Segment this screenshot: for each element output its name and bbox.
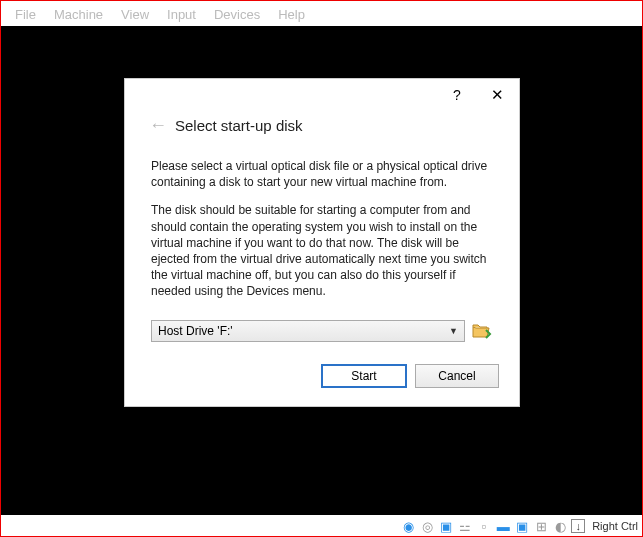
cpu-icon[interactable]: ⊞ (533, 518, 549, 534)
dialog-body: Please select a virtual optical disk fil… (125, 148, 519, 316)
menu-input[interactable]: Input (159, 5, 204, 24)
drive-select-value: Host Drive 'F:' (158, 324, 233, 338)
menu-machine[interactable]: Machine (46, 5, 111, 24)
dialog-titlebar: ? ✕ (125, 79, 519, 111)
browse-disk-button[interactable] (471, 320, 493, 342)
menu-help[interactable]: Help (270, 5, 313, 24)
display-icon[interactable]: ▬ (495, 518, 511, 534)
keyboard-capture-icon[interactable]: ↓ (571, 519, 585, 533)
dialog-close-button[interactable]: ✕ (477, 81, 517, 109)
dialog-paragraph-2: The disk should be suitable for starting… (151, 202, 493, 299)
select-startup-disk-dialog: ? ✕ ← Select start-up disk Please select… (124, 78, 520, 407)
menu-view[interactable]: View (113, 5, 157, 24)
network-icon[interactable]: ▣ (438, 518, 454, 534)
dialog-help-button[interactable]: ? (437, 81, 477, 109)
dialog-paragraph-1: Please select a virtual optical disk fil… (151, 158, 493, 190)
drive-select-dropdown[interactable]: Host Drive 'F:' ▼ (151, 320, 465, 342)
dialog-footer: Start Cancel (125, 350, 519, 406)
dialog-header: ← Select start-up disk (125, 111, 519, 148)
optical-disk-icon[interactable]: ◎ (419, 518, 435, 534)
start-button[interactable]: Start (321, 364, 407, 388)
menu-file[interactable]: File (7, 5, 44, 24)
mouse-integration-icon[interactable]: ◐ (552, 518, 568, 534)
shared-folders-icon[interactable]: ▫ (476, 518, 492, 534)
menu-devices[interactable]: Devices (206, 5, 268, 24)
menu-bar: File Machine View Input Devices Help (1, 1, 642, 28)
folder-arrow-icon (472, 322, 492, 340)
back-arrow-icon[interactable]: ← (149, 115, 167, 136)
host-key-label: Right Ctrl (592, 520, 638, 532)
usb-icon[interactable]: ⚍ (457, 518, 473, 534)
hard-disk-icon[interactable]: ◉ (400, 518, 416, 534)
status-bar: ◉ ◎ ▣ ⚍ ▫ ▬ ▣ ⊞ ◐ ↓ Right Ctrl (1, 516, 642, 536)
chevron-down-icon: ▼ (449, 326, 458, 336)
drive-selector-row: Host Drive 'F:' ▼ (125, 320, 519, 350)
cancel-button[interactable]: Cancel (415, 364, 499, 388)
dialog-title: Select start-up disk (175, 117, 303, 134)
recording-icon[interactable]: ▣ (514, 518, 530, 534)
